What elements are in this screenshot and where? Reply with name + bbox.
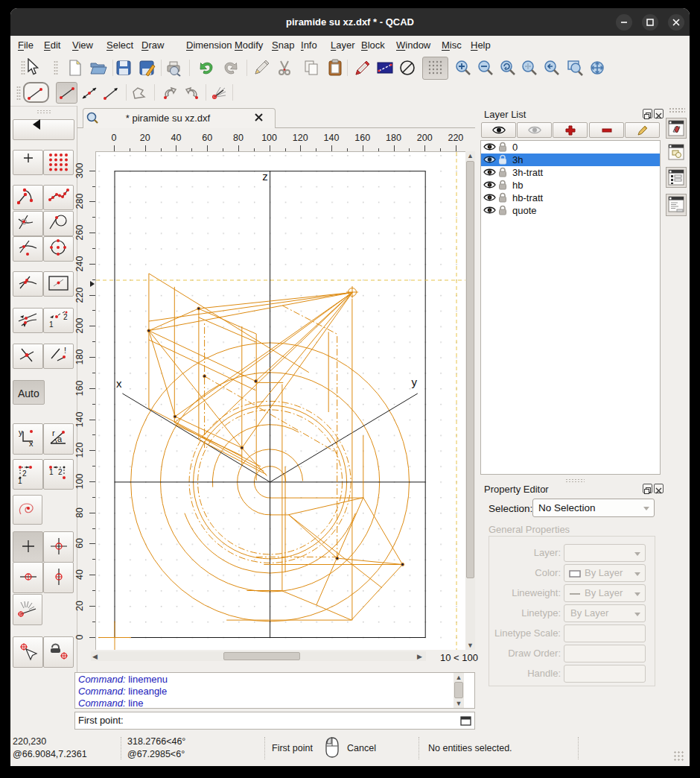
svg-text:1: 1 <box>49 320 54 329</box>
svg-text:y: y <box>411 376 417 388</box>
svg-text:y: y <box>19 428 23 437</box>
svg-text:a: a <box>57 434 63 443</box>
svg-text:x: x <box>116 377 122 390</box>
svg-text:1: 1 <box>49 468 54 476</box>
svg-text:z: z <box>262 170 268 183</box>
svg-text:r: r <box>52 428 55 437</box>
svg-text:1: 1 <box>18 477 22 485</box>
svg-text:!: ! <box>64 347 66 355</box>
svg-text:2: 2 <box>22 469 27 478</box>
svg-text:Auto: Auto <box>18 388 39 399</box>
svg-text:x: x <box>29 439 34 448</box>
svg-text:2: 2 <box>58 468 63 476</box>
svg-text:2: 2 <box>63 313 68 321</box>
